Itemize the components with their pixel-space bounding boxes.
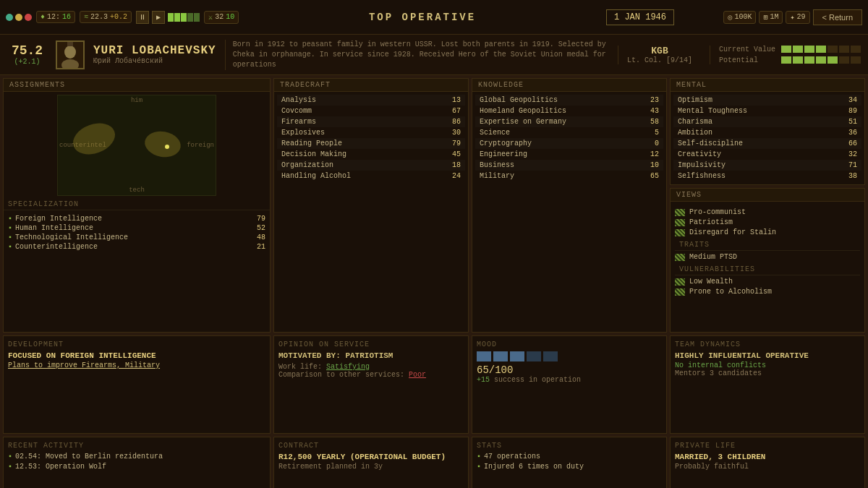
- potential-value-pips: [781, 56, 861, 64]
- stats-text-0: 47 operations: [484, 453, 540, 461]
- trait-text-0: Medium PTSD: [689, 253, 737, 261]
- spec-name-0: Foreign Intelligence: [15, 215, 248, 223]
- dot-yellow: [15, 14, 22, 21]
- stat-finance: ≈ 22.3 +0.2: [80, 11, 132, 23]
- specialization-title: Specialization: [4, 199, 270, 210]
- development-plan: Plans to improve Firearms, Military: [8, 361, 265, 369]
- tradecraft-title: Tradecraft: [274, 79, 468, 92]
- view-stripe-1: [675, 219, 685, 226]
- health-icon: ♦: [41, 13, 45, 21]
- stats-panel: Stats ▪ 47 operations ▪ Injured 6 times …: [472, 437, 667, 488]
- team-mentors: Mentors 3 candidates: [675, 369, 860, 377]
- comparison-prefix: Comparison to other services:: [278, 371, 409, 379]
- spec-val-2: 48: [251, 234, 265, 241]
- speed-bar: [168, 13, 200, 22]
- development-title: Development: [8, 341, 265, 348]
- activity-row-0: ▪ 02.54: Moved to Berlin rezidentura: [8, 453, 265, 461]
- current-value-pips: [781, 46, 861, 53]
- stats-title: Stats: [477, 442, 662, 450]
- top-bar-right: ◎ 100K ⊞ 1M ✦ 29 < Return: [674, 9, 862, 25]
- mood-title: Mood: [477, 341, 662, 348]
- pause-btn[interactable]: ⏸: [136, 11, 149, 24]
- private-life-title: Private Life: [675, 442, 860, 450]
- recent-activity-title: Recent Activity: [8, 442, 265, 450]
- table-row: Self-discipline66: [673, 138, 861, 149]
- vuln-item-0: Low Wealth: [675, 278, 860, 286]
- worklife-prefix: Work life:: [278, 363, 326, 371]
- mood-pips: [477, 351, 662, 361]
- knowledge-title: Knowledge: [472, 79, 666, 92]
- mental-panel: Mental Optimism34 Mental Toughness89 Cha…: [670, 78, 865, 185]
- private-life-note: Probably faithful: [675, 463, 860, 471]
- spec-icon-2: ▪: [8, 234, 12, 241]
- svg-point-1: [64, 46, 76, 59]
- vuln-item-1: Prone to Alcoholism: [675, 288, 860, 296]
- traits-section-title: Traits: [675, 239, 860, 251]
- stats-row-1: ▪ Injured 6 times on duty: [477, 463, 662, 471]
- activity-text-0: 02.54: Moved to Berlin rezidentura: [15, 453, 163, 461]
- potential-value-label: Potential: [719, 56, 777, 64]
- character-name-block: YURI LOBACHEVSKY Юрий Лобачéвский: [93, 44, 216, 65]
- chart-ellipse-2: [142, 129, 182, 160]
- top-bar-left: ♦ 12: 16 ≈ 22.3 +0.2 ⏸ ▶ ⚔ 32 10: [6, 11, 239, 24]
- vuln-text-1: Prone to Alcoholism: [689, 288, 772, 296]
- spec-name-1: Human Intelligence: [15, 224, 248, 232]
- stat-points: ✦ 29: [786, 11, 809, 24]
- table-row: Firearms86: [277, 116, 465, 127]
- play-btn[interactable]: ▶: [152, 11, 165, 24]
- stat-money: ⊞ 1M: [759, 11, 783, 24]
- table-row: Military65: [475, 171, 663, 181]
- table-row: Decision Making45: [277, 149, 465, 160]
- table-row: Cryptography0: [475, 138, 663, 149]
- bottom-rows: Recent Activity ▪ 02.54: Moved to Berlin…: [0, 437, 868, 488]
- mental-table: Optimism34 Mental Toughness89 Charisma51…: [673, 95, 861, 181]
- mood-delta-label: success in operation: [494, 376, 581, 384]
- spec-icon-3: ▪: [8, 243, 12, 251]
- page-title: TOP OPERATIVE: [239, 12, 606, 23]
- character-header: 75.2 (+2.1) YURI LOBACHEVSKY Юрий Лобачé…: [0, 35, 868, 75]
- vulnerabilities-section-title: Vulnerabilities: [675, 264, 860, 275]
- comparison: Comparison to other services: Poor: [278, 371, 464, 379]
- table-row: Analysis13: [277, 95, 465, 106]
- table-row: Ambition36: [673, 127, 861, 138]
- mood-delta-val: +15: [477, 376, 490, 384]
- view-text-0: Pro-communist: [689, 208, 746, 216]
- views-content: Pro-communist Patriotism Disregard for S…: [671, 202, 864, 302]
- stats-row-0: ▪ 47 operations: [477, 453, 662, 461]
- activity-icon-0: ▪: [8, 453, 12, 461]
- contract-panel: Contract R12,500 YEARLY (operational bud…: [273, 437, 469, 488]
- plan-prefix: Plans to improve: [8, 361, 82, 369]
- table-row: Engineering12: [475, 149, 663, 160]
- worklife-val: Satisfying: [326, 363, 370, 371]
- contract-retirement: Retirement planned in 3y: [278, 463, 464, 471]
- contract-amount: R12,500 YEARLY (operational budget): [278, 453, 464, 461]
- mood-pip-1: [477, 351, 491, 361]
- assignments-panel: Assignments him tech counterintel foreig…: [3, 78, 271, 333]
- team-title: Team Dynamics: [675, 341, 860, 348]
- character-score: 75.2 (+2.1): [7, 43, 47, 66]
- spec-icon-0: ▪: [8, 215, 12, 223]
- tradecraft-content: Analysis13 Covcomm67 Firearms86 Explosiv…: [274, 92, 468, 184]
- ops-icon: ⚔: [208, 13, 213, 22]
- date-display: 1 JAN 1946: [606, 9, 674, 25]
- score-delta: (+2.1): [7, 58, 47, 66]
- chart-label-him: him: [131, 97, 142, 104]
- view-stripe-0: [675, 209, 685, 216]
- chart-canvas: him tech counterintel foreign: [57, 95, 216, 196]
- character-values: Current Value Potential: [710, 46, 861, 64]
- character-portrait: [56, 40, 85, 69]
- team-panel: Team Dynamics HIGHLY INFLUENTIAL OPERATI…: [670, 335, 865, 434]
- view-text-2: Disregard for Stalin: [689, 228, 776, 236]
- comparison-val: Poor: [409, 371, 426, 379]
- table-row: Business10: [475, 160, 663, 171]
- knowledge-content: Global Geopolitics23 Homeland Geopolitic…: [472, 92, 666, 184]
- return-button[interactable]: < Return: [813, 9, 863, 25]
- mood-panel: Mood 65/100 +15 success in operation: [472, 335, 667, 434]
- lower-content: Development FOCUSED ON FOREIGN INTELLIGE…: [0, 335, 868, 437]
- mood-pip-4: [527, 351, 541, 361]
- table-row: Creativity32: [673, 149, 861, 160]
- chart-ellipse-1: [69, 118, 119, 160]
- activity-icon-1: ▪: [8, 463, 12, 471]
- score-value: 75.2: [7, 43, 47, 58]
- contract-title: Contract: [278, 442, 464, 450]
